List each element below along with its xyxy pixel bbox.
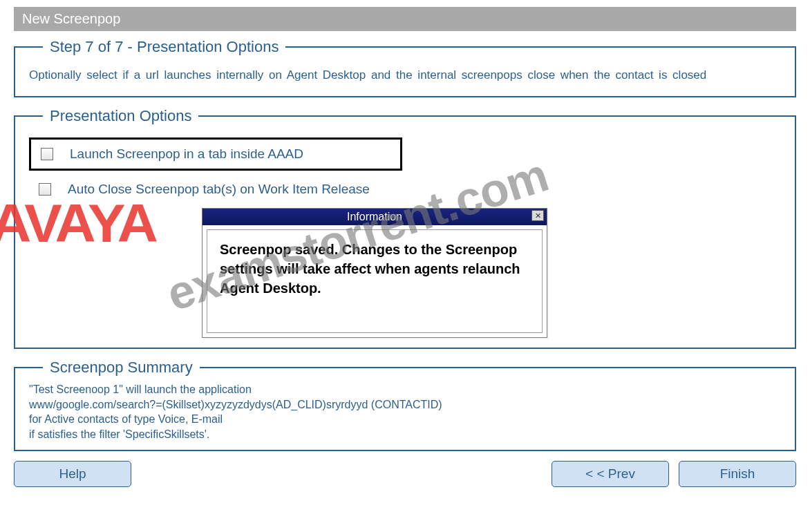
checkbox-auto-close[interactable] [39, 183, 51, 196]
summary-line-1: "Test Screenoop 1" will launch the appli… [29, 382, 781, 397]
option-launch-in-tab[interactable]: Launch Screenpop in a tab inside AAAD [29, 137, 402, 171]
presentation-legend: Presentation Options [43, 107, 198, 125]
screenpop-summary-fieldset: Screenpop Summary "Test Screenoop 1" wil… [14, 359, 796, 451]
option-auto-close[interactable]: Auto Close Screenpop tab(s) on Work Item… [29, 175, 781, 204]
presentation-options-fieldset: Presentation Options Launch Screenpop in… [14, 107, 796, 349]
summary-line-4: if satisfies the filter 'SpecificSkillse… [29, 427, 781, 442]
dialog-body: Screenpop saved. Changes to the Screenpo… [207, 229, 543, 333]
summary-line-3: for Active contacts of type Voice, E-mai… [29, 412, 781, 427]
step-description: Optionally select if a url launches inte… [29, 68, 781, 82]
button-row: Help < < Prev Finish [14, 461, 796, 487]
window-title-bar: New Screenpop [14, 7, 796, 31]
close-icon[interactable]: ✕ [531, 210, 544, 221]
step-fieldset: Step 7 of 7 - Presentation Options Optio… [14, 38, 796, 97]
prev-button[interactable]: < < Prev [552, 461, 669, 487]
window-title: New Screenpop [22, 11, 120, 26]
summary-legend: Screenpop Summary [43, 359, 200, 377]
summary-text: "Test Screenoop 1" will launch the appli… [29, 382, 781, 441]
summary-line-2: www/google.com/search?=(Skillset)xyzyzyz… [29, 397, 781, 412]
checkbox-launch-in-tab[interactable] [41, 148, 53, 160]
step-legend: Step 7 of 7 - Presentation Options [43, 38, 285, 56]
information-dialog: Information ✕ Screenpop saved. Changes t… [202, 208, 547, 338]
finish-button[interactable]: Finish [679, 461, 796, 487]
dialog-title: Information [347, 211, 402, 222]
option-label-auto-close: Auto Close Screenpop tab(s) on Work Item… [68, 182, 370, 197]
dialog-titlebar[interactable]: Information ✕ [202, 209, 547, 225]
option-label-launch-in-tab: Launch Screenpop in a tab inside AAAD [70, 146, 303, 162]
help-button[interactable]: Help [14, 461, 131, 487]
